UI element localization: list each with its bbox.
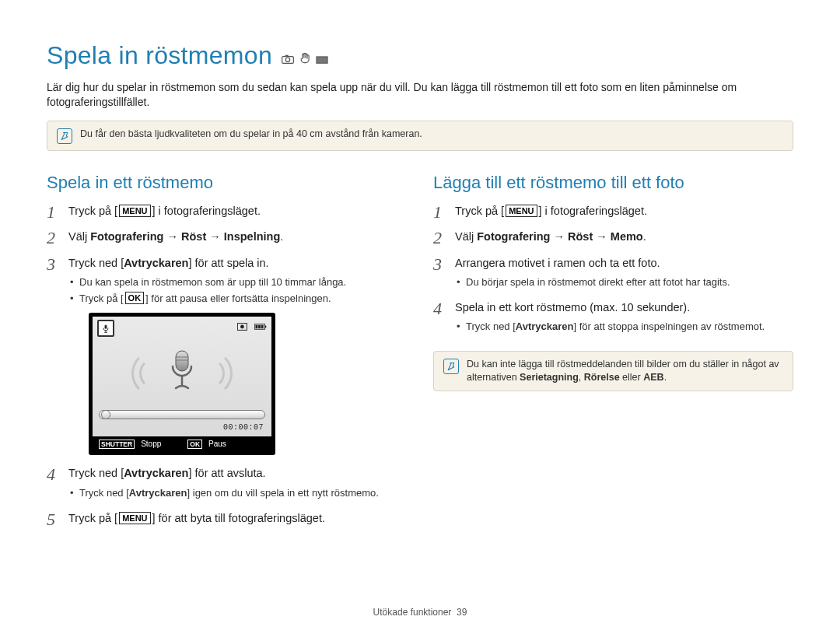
bullet: Tryck ned [Avtryckaren] igen om du vill …	[70, 486, 407, 500]
bullet: Du börjar spela in röstmemot direkt efte…	[457, 275, 793, 289]
ok-key: OK	[125, 292, 145, 304]
sub-bullets: Du kan spela in röstmemon som är upp til…	[68, 275, 407, 305]
svg-point-1	[285, 58, 289, 61]
progress-bar	[99, 410, 265, 419]
rec-icon	[237, 320, 250, 331]
step-number: 3	[47, 253, 55, 276]
info-icon	[57, 128, 72, 144]
step-text: Tryck på [MENU] för att byta till fotogr…	[68, 512, 325, 524]
svg-rect-12	[261, 325, 264, 328]
menu-key: MENU	[119, 512, 150, 524]
title-mode-icons	[282, 52, 328, 63]
lcd-status-icons	[93, 317, 271, 332]
step: 1 Tryck på [MENU] i fotograferingsläget.	[47, 204, 407, 219]
svg-rect-11	[258, 325, 261, 328]
right-steps: 1 Tryck på [MENU] i fotograferingsläget.…	[433, 204, 793, 334]
right-heading: Lägga till ett röstmemo till ett foto	[433, 171, 793, 194]
lcd-mic-graphic	[93, 332, 271, 410]
manual-page: Spela in röstmemon Lär dig hur du spelar…	[0, 0, 840, 560]
note-text: Du kan inte lägga till röstmeddelanden t…	[467, 358, 783, 384]
shutter-key: SHUTTER	[99, 440, 135, 449]
note-restriction: Du kan inte lägga till röstmeddelanden t…	[433, 351, 793, 391]
page-title: Spela in röstmemon	[47, 39, 272, 72]
two-column-layout: Spela in ett röstmemo 1 Tryck på [MENU] …	[47, 166, 793, 537]
info-icon	[443, 359, 459, 374]
sub-bullets: Du börjar spela in röstmemot direkt efte…	[455, 275, 793, 289]
step: 3 Tryck ned [Avtryckaren] för att spela …	[47, 256, 407, 456]
svg-rect-5	[105, 325, 107, 329]
step-number: 4	[433, 297, 442, 321]
step-number: 4	[47, 463, 55, 486]
svg-rect-2	[285, 55, 289, 57]
step: 2 Välj Fotografering → Röst → Inspelning…	[47, 229, 407, 245]
step-text: Välj Fotografering → Röst → Memo.	[455, 230, 646, 243]
timer-value: 00:00:07	[93, 422, 271, 436]
note-text: Du får den bästa ljudkvaliteten om du sp…	[80, 128, 422, 141]
left-steps: 1 Tryck på [MENU] i fotograferingsläget.…	[47, 204, 407, 526]
menu-key: MENU	[506, 205, 537, 217]
ok-action: Paus	[208, 439, 226, 450]
svg-rect-9	[265, 326, 266, 328]
step-number: 5	[47, 508, 55, 531]
hand-icon	[299, 52, 311, 63]
step-number: 1	[433, 201, 442, 224]
sub-bullets: Tryck ned [Avtryckaren] för att stoppa i…	[455, 320, 793, 334]
step: 5 Tryck på [MENU] för att byta till foto…	[47, 511, 407, 527]
step: 1 Tryck på [MENU] i fotograferingsläget.	[433, 204, 793, 219]
step-text: Tryck på [MENU] i fotograferingsläget.	[455, 205, 647, 217]
shutter-action: Stopp	[141, 439, 161, 450]
step-text: Arrangera motivet i ramen och ta ett fot…	[455, 257, 660, 269]
menu-key: MENU	[119, 205, 150, 217]
svg-point-7	[240, 325, 244, 329]
step-text: Tryck ned [Avtryckaren] för att avsluta.	[68, 467, 266, 479]
step: 3 Arrangera motivet i ramen och ta ett f…	[433, 256, 793, 289]
note-audio-quality: Du får den bästa ljudkvaliteten om du sp…	[47, 121, 793, 151]
step-text: Tryck på [MENU] i fotograferingsläget.	[68, 205, 261, 217]
scene-icon	[316, 52, 328, 63]
step-number: 1	[47, 201, 55, 224]
svg-rect-10	[255, 325, 257, 328]
page-footer: Utökade funktioner 39	[0, 606, 840, 618]
lcd-footer: SHUTTER Stopp OK Paus	[93, 436, 271, 452]
step-text: Spela in ett kort röstmemo (max. 10 seku…	[455, 301, 690, 313]
bullet: Tryck ned [Avtryckaren] för att stoppa i…	[457, 320, 793, 334]
bullet: Tryck på [OK] för att pausa eller fortsä…	[70, 292, 407, 306]
ok-key: OK	[187, 440, 202, 449]
step: 4 Spela in ett kort röstmemo (max. 10 se…	[433, 300, 793, 334]
battery-icon	[254, 320, 267, 331]
right-column: Lägga till ett röstmemo till ett foto 1 …	[433, 166, 793, 407]
step: 2 Välj Fotografering → Röst → Memo.	[433, 229, 793, 245]
footer-page-number: 39	[457, 607, 467, 618]
left-heading: Spela in ett röstmemo	[47, 171, 407, 194]
lcd-preview: 00:00:07 SHUTTER Stopp OK Paus	[89, 313, 275, 455]
camera-icon	[282, 52, 294, 63]
svg-rect-4	[317, 57, 327, 62]
mic-with-waves	[116, 340, 248, 402]
step-text: Välj Fotografering → Röst → Inspelning.	[68, 230, 283, 243]
step-text: Tryck ned [Avtryckaren] för att spela in…	[68, 257, 269, 269]
step-number: 2	[433, 226, 442, 250]
step: 4 Tryck ned [Avtryckaren] för att avslut…	[47, 466, 407, 499]
left-column: Spela in ett röstmemo 1 Tryck på [MENU] …	[47, 166, 407, 537]
step-number: 2	[47, 226, 55, 250]
title-row: Spela in röstmemon	[47, 39, 793, 72]
bullet: Du kan spela in röstmemon som är upp til…	[70, 275, 407, 289]
sub-bullets: Tryck ned [Avtryckaren] igen om du vill …	[68, 486, 407, 500]
footer-section: Utökade funktioner	[373, 607, 452, 618]
intro-text: Lär dig hur du spelar in röstmemon som d…	[47, 80, 793, 110]
step-number: 3	[433, 253, 442, 276]
